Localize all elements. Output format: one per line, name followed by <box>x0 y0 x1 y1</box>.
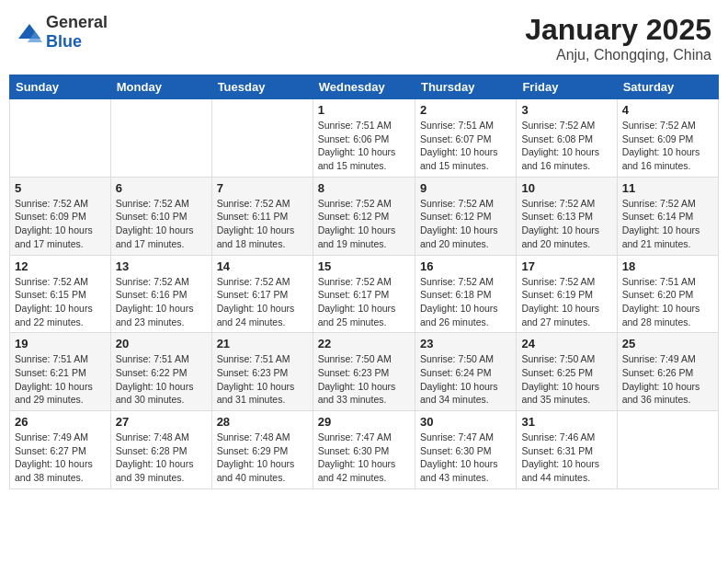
calendar-cell: 4Sunrise: 7:52 AM Sunset: 6:09 PM Daylig… <box>617 99 718 178</box>
day-info: Sunrise: 7:52 AM Sunset: 6:15 PM Dayligh… <box>15 275 106 329</box>
calendar-cell <box>10 99 111 178</box>
day-info: Sunrise: 7:52 AM Sunset: 6:14 PM Dayligh… <box>622 197 713 251</box>
calendar-cell: 16Sunrise: 7:52 AM Sunset: 6:18 PM Dayli… <box>415 255 516 333</box>
day-info: Sunrise: 7:52 AM Sunset: 6:09 PM Dayligh… <box>622 119 713 173</box>
day-info: Sunrise: 7:47 AM Sunset: 6:30 PM Dayligh… <box>318 431 410 485</box>
logo: General Blue <box>17 13 108 52</box>
day-info: Sunrise: 7:52 AM Sunset: 6:17 PM Dayligh… <box>217 275 308 329</box>
calendar-cell: 18Sunrise: 7:51 AM Sunset: 6:20 PM Dayli… <box>617 255 718 333</box>
day-info: Sunrise: 7:48 AM Sunset: 6:29 PM Dayligh… <box>217 431 308 485</box>
day-number: 24 <box>521 337 611 350</box>
day-info: Sunrise: 7:52 AM Sunset: 6:11 PM Dayligh… <box>217 197 308 251</box>
calendar-cell <box>617 411 718 489</box>
day-info: Sunrise: 7:48 AM Sunset: 6:28 PM Dayligh… <box>116 431 207 485</box>
calendar-cell: 8Sunrise: 7:52 AM Sunset: 6:12 PM Daylig… <box>313 177 415 255</box>
day-info: Sunrise: 7:52 AM Sunset: 6:09 PM Dayligh… <box>15 197 106 251</box>
day-number: 17 <box>521 259 611 273</box>
day-header-friday: Friday <box>517 75 617 99</box>
logo-general: General <box>46 13 108 31</box>
calendar-cell: 25Sunrise: 7:49 AM Sunset: 6:26 PM Dayli… <box>617 333 718 411</box>
day-info: Sunrise: 7:47 AM Sunset: 6:30 PM Dayligh… <box>420 431 511 485</box>
calendar-week-row: 1Sunrise: 7:51 AM Sunset: 6:06 PM Daylig… <box>10 99 719 178</box>
calendar-cell: 11Sunrise: 7:52 AM Sunset: 6:14 PM Dayli… <box>617 177 718 255</box>
calendar-cell <box>110 99 211 178</box>
day-number: 22 <box>318 337 410 350</box>
day-header-wednesday: Wednesday <box>313 75 415 99</box>
day-info: Sunrise: 7:49 AM Sunset: 6:26 PM Dayligh… <box>622 352 713 407</box>
logo-text: General Blue <box>46 13 108 52</box>
day-info: Sunrise: 7:50 AM Sunset: 6:24 PM Dayligh… <box>420 352 511 407</box>
day-info: Sunrise: 7:50 AM Sunset: 6:23 PM Dayligh… <box>318 352 410 407</box>
calendar-cell: 20Sunrise: 7:51 AM Sunset: 6:22 PM Dayli… <box>110 333 211 411</box>
calendar-cell: 13Sunrise: 7:52 AM Sunset: 6:16 PM Dayli… <box>110 255 211 333</box>
calendar-cell: 27Sunrise: 7:48 AM Sunset: 6:28 PM Dayli… <box>110 411 211 489</box>
day-info: Sunrise: 7:51 AM Sunset: 6:22 PM Dayligh… <box>116 352 207 407</box>
day-number: 21 <box>217 337 308 350</box>
calendar-week-row: 12Sunrise: 7:52 AM Sunset: 6:15 PM Dayli… <box>10 255 719 333</box>
calendar-cell: 7Sunrise: 7:52 AM Sunset: 6:11 PM Daylig… <box>211 177 313 255</box>
calendar-cell <box>211 99 313 178</box>
day-header-tuesday: Tuesday <box>211 75 313 99</box>
logo-icon <box>17 22 42 42</box>
day-header-sunday: Sunday <box>10 75 111 99</box>
title-area: January 2025 Anju, Chongqing, China <box>525 13 711 63</box>
day-number: 15 <box>318 259 410 273</box>
day-number: 23 <box>420 337 511 350</box>
day-info: Sunrise: 7:52 AM Sunset: 6:16 PM Dayligh… <box>116 275 207 329</box>
calendar-cell: 5Sunrise: 7:52 AM Sunset: 6:09 PM Daylig… <box>10 177 111 255</box>
day-number: 5 <box>15 181 106 195</box>
day-number: 19 <box>15 337 106 350</box>
day-info: Sunrise: 7:52 AM Sunset: 6:08 PM Dayligh… <box>521 119 611 173</box>
calendar-cell: 22Sunrise: 7:50 AM Sunset: 6:23 PM Dayli… <box>313 333 415 411</box>
day-info: Sunrise: 7:52 AM Sunset: 6:10 PM Dayligh… <box>116 197 207 251</box>
day-header-thursday: Thursday <box>415 75 516 99</box>
calendar-cell: 12Sunrise: 7:52 AM Sunset: 6:15 PM Dayli… <box>10 255 111 333</box>
day-info: Sunrise: 7:52 AM Sunset: 6:13 PM Dayligh… <box>521 197 611 251</box>
calendar-week-row: 5Sunrise: 7:52 AM Sunset: 6:09 PM Daylig… <box>10 177 719 255</box>
calendar-table: SundayMondayTuesdayWednesdayThursdayFrid… <box>9 75 719 489</box>
calendar-cell: 14Sunrise: 7:52 AM Sunset: 6:17 PM Dayli… <box>211 255 313 333</box>
day-info: Sunrise: 7:52 AM Sunset: 6:19 PM Dayligh… <box>521 275 611 329</box>
calendar-cell: 28Sunrise: 7:48 AM Sunset: 6:29 PM Dayli… <box>211 411 313 489</box>
day-info: Sunrise: 7:46 AM Sunset: 6:31 PM Dayligh… <box>521 431 611 485</box>
calendar-cell: 24Sunrise: 7:50 AM Sunset: 6:25 PM Dayli… <box>517 333 617 411</box>
day-number: 25 <box>622 337 713 350</box>
day-info: Sunrise: 7:51 AM Sunset: 6:06 PM Dayligh… <box>318 119 410 173</box>
day-number: 6 <box>116 181 207 195</box>
day-number: 26 <box>15 415 106 429</box>
day-info: Sunrise: 7:51 AM Sunset: 6:21 PM Dayligh… <box>15 352 106 407</box>
day-number: 27 <box>116 415 207 429</box>
calendar-cell: 26Sunrise: 7:49 AM Sunset: 6:27 PM Dayli… <box>10 411 111 489</box>
day-header-saturday: Saturday <box>617 75 718 99</box>
calendar-cell: 10Sunrise: 7:52 AM Sunset: 6:13 PM Dayli… <box>517 177 617 255</box>
day-info: Sunrise: 7:51 AM Sunset: 6:07 PM Dayligh… <box>420 119 511 173</box>
calendar-header-row: SundayMondayTuesdayWednesdayThursdayFrid… <box>10 75 719 99</box>
day-number: 4 <box>622 103 713 117</box>
day-number: 12 <box>15 259 106 273</box>
calendar-cell: 23Sunrise: 7:50 AM Sunset: 6:24 PM Dayli… <box>415 333 516 411</box>
calendar-week-row: 26Sunrise: 7:49 AM Sunset: 6:27 PM Dayli… <box>10 411 719 489</box>
day-number: 8 <box>318 181 410 195</box>
day-info: Sunrise: 7:52 AM Sunset: 6:12 PM Dayligh… <box>420 197 511 251</box>
day-header-monday: Monday <box>110 75 211 99</box>
day-info: Sunrise: 7:50 AM Sunset: 6:25 PM Dayligh… <box>521 352 611 407</box>
day-number: 13 <box>116 259 207 273</box>
day-number: 20 <box>116 337 207 350</box>
day-info: Sunrise: 7:51 AM Sunset: 6:23 PM Dayligh… <box>217 352 308 407</box>
calendar-cell: 21Sunrise: 7:51 AM Sunset: 6:23 PM Dayli… <box>211 333 313 411</box>
day-info: Sunrise: 7:52 AM Sunset: 6:17 PM Dayligh… <box>318 275 410 329</box>
calendar-cell: 3Sunrise: 7:52 AM Sunset: 6:08 PM Daylig… <box>517 99 617 178</box>
day-number: 2 <box>420 103 511 117</box>
header: General Blue January 2025 Anju, Chongqin… <box>9 9 719 67</box>
calendar-cell: 9Sunrise: 7:52 AM Sunset: 6:12 PM Daylig… <box>415 177 516 255</box>
day-number: 30 <box>420 415 511 429</box>
calendar-cell: 30Sunrise: 7:47 AM Sunset: 6:30 PM Dayli… <box>415 411 516 489</box>
day-info: Sunrise: 7:49 AM Sunset: 6:27 PM Dayligh… <box>15 431 106 485</box>
day-number: 29 <box>318 415 410 429</box>
day-number: 1 <box>318 103 410 117</box>
calendar-cell: 31Sunrise: 7:46 AM Sunset: 6:31 PM Dayli… <box>517 411 617 489</box>
day-number: 9 <box>420 181 511 195</box>
day-number: 10 <box>521 181 611 195</box>
day-number: 3 <box>521 103 611 117</box>
day-number: 28 <box>217 415 308 429</box>
